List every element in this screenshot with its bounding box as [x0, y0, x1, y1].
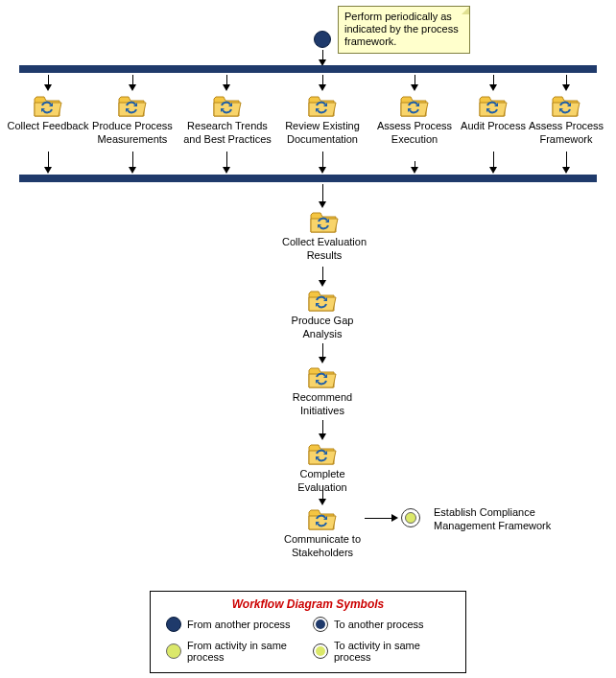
arrow: [365, 514, 399, 524]
legend: Workflow Diagram Symbols From another pr…: [150, 591, 466, 673]
subprocess-icon: [307, 93, 338, 118]
arrow: [488, 152, 498, 174]
subprocess-icon: [309, 209, 340, 234]
legend-label: To another process: [334, 619, 424, 630]
arrow: [318, 485, 327, 505]
legend-title: Workflow Diagram Symbols: [166, 597, 450, 611]
activity-label: Produce Gap Analysis: [280, 315, 365, 341]
activity-produce-gap-analysis: Produce Gap Analysis: [280, 288, 365, 341]
activity-recommend-initiatives: Recommend Initiatives: [280, 364, 365, 418]
arrow: [488, 75, 498, 91]
subprocess-icon: [33, 93, 63, 118]
arrow: [318, 152, 327, 174]
to-activity-node: [401, 508, 420, 527]
subprocess-icon: [307, 506, 338, 531]
activity-produce-process-measurements: Produce Process Measurements: [90, 93, 175, 147]
from-process-icon: [166, 617, 181, 632]
external-activity-label: Establish Compliance Management Framewor…: [434, 506, 568, 533]
subprocess-icon: [478, 93, 509, 118]
to-activity-icon: [313, 643, 328, 659]
arrow: [410, 161, 419, 174]
subprocess-icon: [551, 93, 581, 118]
legend-grid: From another process To another process …: [166, 617, 450, 663]
activity-assess-process-framework: Assess Process Framework: [524, 93, 608, 147]
note-text: Perform periodically as indicated by the…: [344, 11, 459, 47]
sync-bar: [19, 175, 597, 182]
arrow: [43, 152, 53, 174]
arrow: [561, 152, 571, 174]
activity-label: Audit Process: [451, 120, 535, 133]
arrow: [318, 267, 327, 287]
subprocess-icon: [117, 93, 148, 118]
arrow: [43, 75, 53, 91]
legend-item: To activity in same process: [313, 640, 450, 663]
legend-item: From activity in same process: [166, 640, 303, 663]
activity-label: Collect Feedback: [6, 120, 90, 133]
arrow: [318, 184, 327, 208]
workflow-diagram: Perform periodically as indicated by the…: [0, 0, 616, 678]
activity-label: Produce Process Measurements: [90, 120, 175, 147]
subprocess-icon: [307, 441, 338, 466]
activity-audit-process: Audit Process: [451, 93, 535, 133]
activity-label: Communicate to Stakeholders: [280, 533, 365, 560]
activity-research-trends: Research Trends and Best Practices: [182, 93, 272, 147]
start-node: [314, 31, 331, 48]
activity-label: Collect Evaluation Results: [280, 236, 368, 263]
legend-label: From activity in same process: [187, 640, 303, 663]
activity-label: Assess Process Framework: [524, 120, 608, 147]
arrow: [222, 75, 231, 91]
subprocess-icon: [212, 93, 243, 118]
from-activity-icon: [166, 643, 181, 659]
arrow: [318, 50, 327, 66]
activity-label: Assess Process Execution: [372, 120, 457, 147]
legend-item: To another process: [313, 617, 450, 632]
activity-collect-feedback: Collect Feedback: [6, 93, 90, 133]
note: Perform periodically as indicated by the…: [338, 6, 470, 54]
subprocess-icon: [307, 364, 338, 389]
activity-review-documentation: Review Existing Documentation: [280, 93, 365, 147]
legend-label: To activity in same process: [334, 640, 450, 663]
arrow: [318, 75, 327, 91]
legend-label: From another process: [187, 619, 291, 630]
ring-inner: [405, 512, 416, 524]
subprocess-icon: [307, 288, 338, 313]
activity-communicate-stakeholders: Communicate to Stakeholders: [280, 506, 365, 560]
activity-label: Review Existing Documentation: [280, 120, 365, 147]
subprocess-icon: [399, 93, 430, 118]
activity-assess-process-execution: Assess Process Execution: [372, 93, 457, 147]
sync-bar: [19, 65, 597, 73]
arrow: [561, 75, 571, 91]
activity-label: Recommend Initiatives: [280, 391, 365, 418]
arrow: [318, 343, 327, 363]
activity-collect-evaluation-results: Collect Evaluation Results: [280, 209, 368, 263]
activity-label: Research Trends and Best Practices: [182, 120, 272, 147]
arrow: [318, 420, 327, 440]
to-process-icon: [313, 617, 328, 632]
arrow: [410, 75, 419, 91]
arrow: [128, 152, 137, 174]
arrow: [128, 75, 137, 91]
arrow: [222, 152, 231, 174]
legend-item: From another process: [166, 617, 303, 632]
